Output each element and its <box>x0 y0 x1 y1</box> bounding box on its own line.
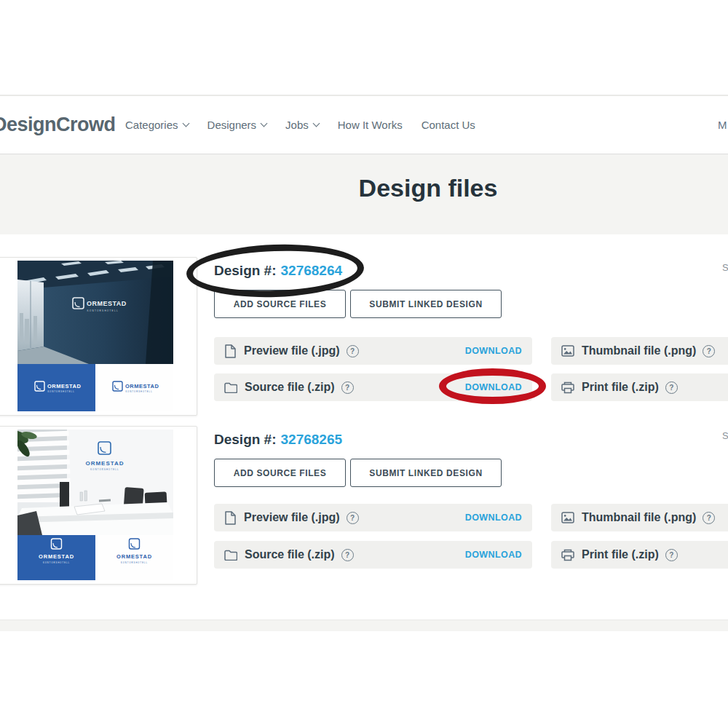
folder-icon <box>224 550 237 561</box>
help-icon[interactable]: ? <box>341 549 354 561</box>
svg-text:KONTORSHOTELL: KONTORSHOTELL <box>90 468 119 471</box>
preview-file-row: Preview file (.jpg) ? DOWNLOAD <box>214 337 532 365</box>
chevron-down-icon <box>312 120 320 127</box>
design-thumbnail-card: ORMESTAD KONTORSHOTELL ORMESTAD KONTORSH… <box>0 257 197 416</box>
svg-text:KONTORSHOTELL: KONTORSHOTELL <box>126 390 153 393</box>
design-thumbnail-card: ORMESTAD KONTORSHOTELL ORMESTAD KONTOR <box>0 426 197 585</box>
nav-item-designers[interactable]: Designers <box>207 119 267 131</box>
designcrowd-logo[interactable]: DesignCrowd <box>0 114 116 136</box>
svg-text:KONTORSHOTELL: KONTORSHOTELL <box>48 390 75 393</box>
design-1-thumbnail-image[interactable]: ORMESTAD KONTORSHOTELL ORMESTAD KONTORSH… <box>17 261 173 411</box>
design-2-title: Design #:32768265 <box>214 432 342 448</box>
help-icon[interactable]: ? <box>347 345 359 357</box>
nav-item-contact-us[interactable]: Contact Us <box>422 119 475 131</box>
file-label: Print file (.zip) <box>582 381 659 394</box>
svg-text:ORMESTAD: ORMESTAD <box>39 553 74 560</box>
folder-icon <box>224 382 237 393</box>
truncated-side-link[interactable]: S <box>722 430 728 441</box>
file-label: Source file (.zip) <box>245 548 335 561</box>
nav-item-how-it-works[interactable]: How It Works <box>338 119 403 131</box>
file-label: Preview file (.jpg) <box>244 511 340 524</box>
submit-linked-design-button[interactable]: SUBMIT LINKED DESIGN <box>350 290 502 318</box>
help-icon[interactable]: ? <box>665 381 678 394</box>
thumbnail-file-row: Thumbnail file (.png) ? <box>551 337 728 365</box>
svg-text:ORMESTAD: ORMESTAD <box>47 383 81 389</box>
design-number-link[interactable]: 32768265 <box>281 432 343 447</box>
file-label: Thumbnail file (.png) <box>582 344 696 357</box>
nav-item-categories[interactable]: Categories <box>125 119 189 131</box>
source-file-row: Source file (.zip) ? DOWNLOAD <box>214 541 532 569</box>
file-label: Source file (.zip) <box>245 381 335 394</box>
download-link[interactable]: DOWNLOAD <box>465 550 522 560</box>
file-icon <box>224 511 237 525</box>
svg-text:KONTORSHOTELL: KONTORSHOTELL <box>87 309 119 312</box>
thumbnail-file-row: Thumbnail file (.png) ? <box>551 504 728 531</box>
image-icon <box>561 345 574 357</box>
svg-text:ORMESTAD: ORMESTAD <box>85 460 124 467</box>
design-number-label: Design #: <box>214 263 277 278</box>
svg-text:ORMESTAD: ORMESTAD <box>87 300 127 307</box>
submit-linked-design-button[interactable]: SUBMIT LINKED DESIGN <box>350 459 502 487</box>
file-label: Print file (.zip) <box>582 548 659 561</box>
design-1-title: Design #:32768264 <box>214 263 342 279</box>
bottom-section-divider <box>0 620 728 631</box>
design-number-label: Design #: <box>214 432 277 447</box>
svg-text:KONTORSHOTELL: KONTORSHOTELL <box>43 561 70 564</box>
preview-file-row: Preview file (.jpg) ? DOWNLOAD <box>214 504 532 531</box>
print-file-row: Print file (.zip) ? <box>551 541 728 569</box>
add-source-files-button[interactable]: ADD SOURCE FILES <box>214 459 346 487</box>
file-label: Preview file (.jpg) <box>244 344 340 357</box>
svg-text:ORMESTAD: ORMESTAD <box>116 553 152 560</box>
printer-icon <box>561 549 574 561</box>
chevron-down-icon <box>182 120 189 127</box>
help-icon[interactable]: ? <box>665 549 678 561</box>
file-icon <box>224 344 237 358</box>
page-title: Design files <box>359 174 498 202</box>
design-number-link[interactable]: 32768264 <box>281 263 343 278</box>
svg-text:KONTORSHOTELL: KONTORSHOTELL <box>121 561 148 564</box>
help-icon[interactable]: ? <box>347 512 359 524</box>
chevron-down-icon <box>261 120 268 127</box>
main-nav: DesignCrowd Categories Designers Jobs Ho… <box>0 96 728 154</box>
print-file-row: Print file (.zip) ? <box>551 373 728 401</box>
download-link[interactable]: DOWNLOAD <box>465 346 522 356</box>
file-label: Thumbnail file (.png) <box>582 511 696 524</box>
add-source-files-button[interactable]: ADD SOURCE FILES <box>214 290 346 318</box>
truncated-side-link[interactable]: S <box>722 262 728 273</box>
help-icon[interactable]: ? <box>703 345 715 357</box>
svg-text:ORMESTAD: ORMESTAD <box>125 383 159 389</box>
nav-right-truncated-item[interactable]: M <box>718 96 727 154</box>
image-icon <box>561 512 574 523</box>
download-link[interactable]: DOWNLOAD <box>465 382 522 392</box>
printer-icon <box>561 381 574 394</box>
design-files-page: DesignCrowd Categories Designers Jobs Ho… <box>0 0 728 728</box>
source-file-row: Source file (.zip) ? DOWNLOAD <box>214 373 532 401</box>
help-icon[interactable]: ? <box>703 512 715 524</box>
design-2-thumbnail-image[interactable]: ORMESTAD KONTORSHOTELL ORMESTAD KONTOR <box>17 430 173 580</box>
nav-item-jobs[interactable]: Jobs <box>285 119 319 131</box>
download-link[interactable]: DOWNLOAD <box>465 513 522 523</box>
nav-menu: Categories Designers Jobs How It Works C… <box>125 96 475 154</box>
help-icon[interactable]: ? <box>341 381 354 394</box>
